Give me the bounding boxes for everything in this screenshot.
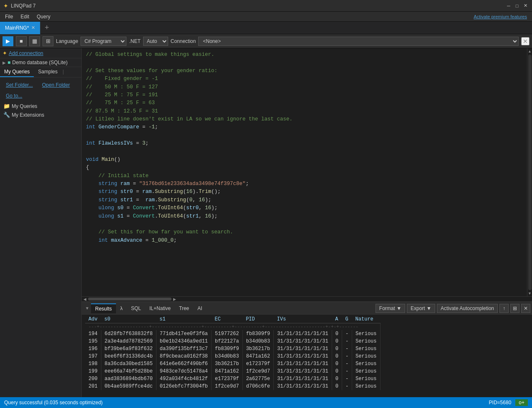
my-queries-folder[interactable]: 📁 My Queries [0, 102, 81, 110]
tab-ai[interactable]: AI [193, 304, 206, 313]
tab-mainrng[interactable]: MainRNG* ✕ [0, 22, 40, 34]
results-tab-arrow[interactable]: ▼ [83, 303, 91, 313]
tab-sql[interactable]: SQL [127, 304, 145, 313]
tabbar: MainRNG* ✕ + [0, 22, 532, 34]
cell-5-3: 8471a162 [212, 368, 243, 375]
menu-item-file[interactable]: File [2, 13, 16, 20]
goto-link[interactable]: Go to... [3, 92, 25, 100]
table-row: 199eee66a74bf5d28be9483ce7dc51478a48471a… [85, 368, 380, 375]
cell-4-7: - [342, 360, 352, 368]
editor-scrollbar[interactable]: ▲ ▼ [527, 48, 532, 296]
cell-1-5: 31/31/31/31/31/31 [274, 338, 332, 345]
db-expand-icon[interactable]: ▶ [3, 60, 6, 65]
code-editor[interactable]: // Global settings to make things easier… [82, 48, 527, 296]
cell-4-2: 641e6e662f490bf6 [156, 360, 211, 368]
add-connection-link[interactable]: Add connection [9, 50, 43, 56]
scroll-down-arrow[interactable]: ▼ [528, 291, 532, 295]
table-row: 196bf39be6a9f83f632da390f135bff13c7fb830… [85, 345, 380, 353]
premium-link[interactable]: Activate premium features [474, 14, 530, 19]
connection-select[interactable]: <None> [198, 37, 519, 46]
open-folder-link[interactable]: Open Folder [39, 81, 73, 89]
sidebar-tab-my-queries[interactable]: My Queries [0, 67, 34, 77]
language-select[interactable]: C# Program [81, 37, 126, 46]
tab-tree[interactable]: Tree [175, 304, 193, 313]
titlebar-left: ✦ LINQPad 7 [3, 3, 35, 9]
cell-4-4: e172379f [242, 360, 274, 368]
dotnet-label: .NET [129, 38, 140, 44]
titlebar: ✦ LINQPad 7 ─ □ ✕ [0, 0, 532, 12]
cell-7-0: 201 [85, 383, 101, 390]
main-layout: ✦ Add connection ▶ ■ Demo database (SQLi… [0, 48, 532, 397]
results-expand-icon[interactable]: ⊞ [510, 304, 519, 313]
language-label: Language [56, 38, 78, 44]
toolbar: ▶ ■ ▦ ⊞ Language C# Program .NET Auto Co… [0, 34, 532, 48]
results-close-icon[interactable]: ✕ [521, 304, 530, 313]
cell-1-7: - [342, 338, 352, 345]
separator-line: ---+------------------+-----------------… [85, 323, 380, 330]
cell-2-3: fb8309f9 [212, 345, 243, 353]
cell-1-4: b34d0b83 [242, 338, 274, 345]
maximize-button[interactable]: □ [514, 3, 520, 9]
menu-item-query[interactable]: Query [33, 13, 54, 20]
cell-1-8: Serious [352, 338, 380, 345]
grid2-button[interactable]: ⊞ [43, 36, 53, 46]
cell-7-2: 0126ebfc7f3004fb [156, 383, 211, 390]
cell-6-7: - [342, 375, 352, 383]
pid-label: PID=5680 [489, 400, 512, 405]
col-nature: Nature [352, 315, 380, 323]
format-button[interactable]: Format ▼ [376, 304, 405, 313]
cell-6-4: 2a62775e [242, 375, 274, 383]
cell-0-2: 771db417ee0f3f6a [156, 330, 211, 338]
cell-1-1: 2a3e4add78782569 [101, 338, 156, 345]
export-button[interactable]: Export ▼ [407, 304, 435, 313]
tab-results[interactable]: Results [91, 303, 116, 313]
sidebar: ✦ Add connection ▶ ■ Demo database (SQLi… [0, 48, 82, 397]
activate-autocompletion-button[interactable]: Activate Autocompletion [437, 304, 498, 313]
dotnet-select[interactable]: Auto [143, 37, 168, 46]
tab-close-icon[interactable]: ✕ [31, 25, 35, 30]
table-header-row: Adv s0 s1 EC PID IVs A G Nature [85, 315, 380, 323]
cell-0-3: 51977262 [212, 330, 243, 338]
table-row: 197bee6f6f31336dc4b8f9cbeaca0162f38b34d0… [85, 353, 380, 360]
editor-area: // Global settings to make things easier… [82, 48, 532, 397]
cell-4-8: Serious [352, 360, 380, 368]
run-button[interactable]: ▶ [3, 36, 13, 46]
results-table-container[interactable]: Adv s0 s1 EC PID IVs A G Nature [82, 315, 532, 397]
cell-5-5: 31/31/31/31/31/31 [274, 368, 332, 375]
scroll-left-arrow[interactable]: ◀ [83, 297, 86, 301]
cell-5-7: - [342, 368, 352, 375]
cell-5-2: 9483ce7dc51478a4 [156, 368, 211, 375]
tab-lambda[interactable]: λ [116, 304, 127, 313]
my-extensions-folder[interactable]: 🔧 My Extensions [0, 110, 81, 119]
statusbar: Query successful (0.035 seconds optimize… [0, 397, 532, 408]
cell-2-8: Serious [352, 345, 380, 353]
col-g: G [342, 315, 352, 323]
results-body: ---+------------------+-----------------… [85, 323, 380, 390]
cell-6-5: 31/31/31/31/31/31 [274, 375, 332, 383]
minimize-button[interactable]: ─ [505, 3, 512, 9]
cell-4-5: 31/31/31/31/31/31 [274, 360, 332, 368]
sidebar-tab-samples[interactable]: Samples [34, 67, 62, 77]
results-up-icon[interactable]: ↑ [499, 304, 509, 313]
toolbar-close-button[interactable]: ✕ [521, 37, 529, 45]
grid1-button[interactable]: ▦ [29, 36, 40, 46]
sidebar-tabs: My Queries Samples | [0, 67, 81, 78]
cell-3-8: Serious [352, 353, 380, 360]
add-tab-button[interactable]: + [40, 22, 53, 34]
close-button[interactable]: ✕ [522, 3, 529, 9]
cell-7-7: - [342, 383, 352, 390]
tab-il-native[interactable]: IL+Native [145, 304, 175, 313]
set-folder-link[interactable]: Set Folder... [3, 81, 36, 89]
cell-0-8: Serious [352, 330, 380, 338]
scroll-up-arrow[interactable]: ▲ [528, 49, 532, 53]
menu-item-edit[interactable]: Edit [17, 13, 33, 20]
cell-1-6: 0 [332, 338, 342, 345]
my-extensions-label: My Extensions [12, 112, 44, 118]
cell-0-0: 194 [85, 330, 101, 338]
col-pid: PID [242, 315, 274, 323]
stop-button[interactable]: ■ [16, 36, 27, 46]
editor-hscrollbar[interactable]: ◀ ▶ [82, 296, 532, 301]
scroll-right-arrow[interactable]: ▶ [173, 297, 176, 301]
cell-5-0: 199 [85, 368, 101, 375]
cell-3-5: 31/31/31/31/31/31 [274, 353, 332, 360]
